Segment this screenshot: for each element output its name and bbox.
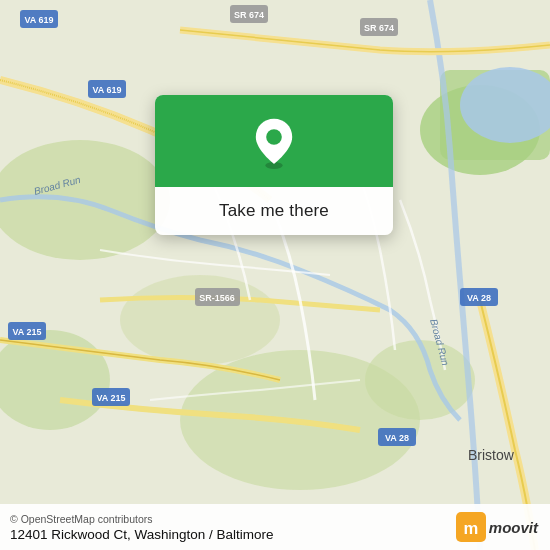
svg-text:VA 619: VA 619 [24, 15, 53, 25]
svg-point-31 [266, 129, 282, 145]
map-background: VA 619 VA 619 SR 674 SR 674 VA 215 VA 21… [0, 0, 550, 550]
moovit-brand-label: moovit [489, 519, 538, 536]
svg-text:SR 674: SR 674 [234, 10, 264, 20]
moovit-logo: m moovit [456, 512, 538, 542]
bottom-info-bar: © OpenStreetMap contributors 12401 Rickw… [0, 504, 550, 550]
location-pin-icon [248, 117, 300, 169]
svg-text:VA 215: VA 215 [96, 393, 125, 403]
copyright-text: © OpenStreetMap contributors [10, 513, 274, 525]
svg-text:VA 28: VA 28 [385, 433, 409, 443]
svg-text:VA 28: VA 28 [467, 293, 491, 303]
svg-text:VA 215: VA 215 [12, 327, 41, 337]
take-me-there-button[interactable]: Take me there [155, 187, 393, 235]
svg-text:SR-1566: SR-1566 [199, 293, 235, 303]
svg-point-7 [365, 340, 475, 420]
moovit-icon: m [456, 512, 486, 542]
popup-header [155, 95, 393, 187]
popup-card: Take me there [155, 95, 393, 235]
svg-text:m: m [463, 519, 478, 538]
bottom-left-section: © OpenStreetMap contributors 12401 Rickw… [10, 513, 274, 542]
map-container: VA 619 VA 619 SR 674 SR 674 VA 215 VA 21… [0, 0, 550, 550]
address-text: 12401 Rickwood Ct, Washington / Baltimor… [10, 527, 274, 542]
svg-text:SR 674: SR 674 [364, 23, 394, 33]
svg-text:VA 619: VA 619 [92, 85, 121, 95]
svg-text:Bristow: Bristow [468, 447, 515, 463]
